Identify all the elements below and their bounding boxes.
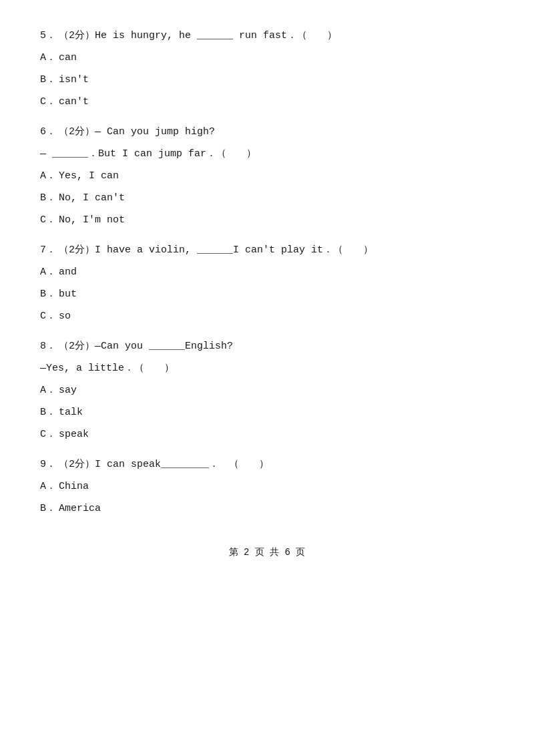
q8-choice-b: B． talk — [40, 403, 494, 421]
question-5-line: 5． （2分） He is hungry, he ______ run fast… — [40, 27, 494, 45]
q7-label-a: A． — [40, 263, 56, 281]
question-8-line: 8． （2分） —Can you ______English? — [40, 337, 494, 355]
q7-label-b: B． — [40, 285, 56, 303]
q5-label-b: B． — [40, 71, 56, 89]
q8-text: —Can you ______English? — [95, 337, 494, 355]
q6-text-b: No, I can't — [59, 189, 125, 207]
q6-label-a: A． — [40, 167, 56, 185]
q7-choice-b: B． but — [40, 285, 494, 303]
q7-choice-a: A． and — [40, 263, 494, 281]
question-9: 9． （2分） I can speak________． （ ） A． Chin… — [40, 455, 494, 518]
question-8: 8． （2分） —Can you ______English? —Yes, a … — [40, 337, 494, 443]
q8-choice-c: C． speak — [40, 425, 494, 443]
q5-text-c: can't — [59, 93, 89, 111]
q7-text-b: but — [59, 285, 77, 303]
q5-number: 5． — [40, 27, 56, 45]
q6-subtext: — ______．But I can jump far．（ ） — [40, 145, 494, 163]
q8-choice-a: A． say — [40, 381, 494, 399]
q5-text-b: isn't — [59, 71, 89, 89]
question-7: 7． （2分） I have a violin, ______I can't p… — [40, 241, 494, 325]
question-7-line: 7． （2分） I have a violin, ______I can't p… — [40, 241, 494, 259]
question-9-line: 9． （2分） I can speak________． （ ） — [40, 455, 494, 474]
q8-label-b: B． — [40, 403, 56, 421]
q5-choice-a: A． can — [40, 49, 494, 67]
q5-text-a: can — [59, 49, 77, 67]
q6-text-a: Yes, I can — [59, 167, 119, 185]
q9-points: （2分） — [59, 455, 95, 474]
q5-text: He is hungry, he ______ run fast．（ ） — [95, 27, 494, 45]
q6-text-c: No, I'm not — [59, 211, 125, 229]
q9-number: 9． — [40, 455, 56, 474]
q6-choice-a: A． Yes, I can — [40, 167, 494, 185]
q9-text: I can speak________． （ ） — [95, 455, 494, 474]
q5-label-a: A． — [40, 49, 56, 67]
q6-points: （2分） — [59, 123, 95, 141]
q8-text-c: speak — [59, 425, 89, 443]
q7-choice-c: C． so — [40, 307, 494, 325]
q6-number: 6． — [40, 123, 56, 141]
q7-text-a: and — [59, 263, 77, 281]
q5-label-c: C． — [40, 93, 56, 111]
q7-label-c: C． — [40, 307, 56, 325]
q6-label-b: B． — [40, 189, 56, 207]
q7-points: （2分） — [59, 241, 95, 259]
footer-text: 第 2 页 共 6 页 — [229, 547, 306, 558]
q8-subtext: —Yes, a little．（ ） — [40, 359, 494, 377]
q9-text-b: America — [59, 500, 101, 518]
q6-choice-c: C． No, I'm not — [40, 211, 494, 229]
q9-choice-b: B． America — [40, 500, 494, 518]
q5-points: （2分） — [59, 27, 95, 45]
q5-choice-b: B． isn't — [40, 71, 494, 89]
q9-choice-a: A． China — [40, 478, 494, 496]
q8-label-a: A． — [40, 381, 56, 399]
q7-text: I have a violin, ______I can't play it．（… — [95, 241, 494, 259]
q6-choice-b: B． No, I can't — [40, 189, 494, 207]
q8-number: 8． — [40, 337, 56, 355]
q7-text-c: so — [59, 307, 71, 325]
q8-label-c: C． — [40, 425, 56, 443]
q9-label-b: B． — [40, 500, 56, 518]
question-5: 5． （2分） He is hungry, he ______ run fast… — [40, 27, 494, 111]
q6-text: — Can you jump high? — [95, 123, 494, 141]
q6-label-c: C． — [40, 211, 56, 229]
q9-text-a: China — [59, 478, 89, 496]
q8-text-b: talk — [59, 403, 83, 421]
q6-subtext-content: — ______．But I can jump far．（ ） — [40, 148, 256, 160]
q7-number: 7． — [40, 241, 56, 259]
question-6: 6． （2分） — Can you jump high? — ______．Bu… — [40, 123, 494, 229]
q8-subtext-content: —Yes, a little．（ ） — [40, 363, 174, 374]
question-6-line: 6． （2分） — Can you jump high? — [40, 123, 494, 141]
q8-points: （2分） — [59, 337, 95, 355]
page-footer: 第 2 页 共 6 页 — [40, 544, 494, 561]
q8-text-a: say — [59, 381, 77, 399]
q9-label-a: A． — [40, 478, 56, 496]
q5-choice-c: C． can't — [40, 93, 494, 111]
